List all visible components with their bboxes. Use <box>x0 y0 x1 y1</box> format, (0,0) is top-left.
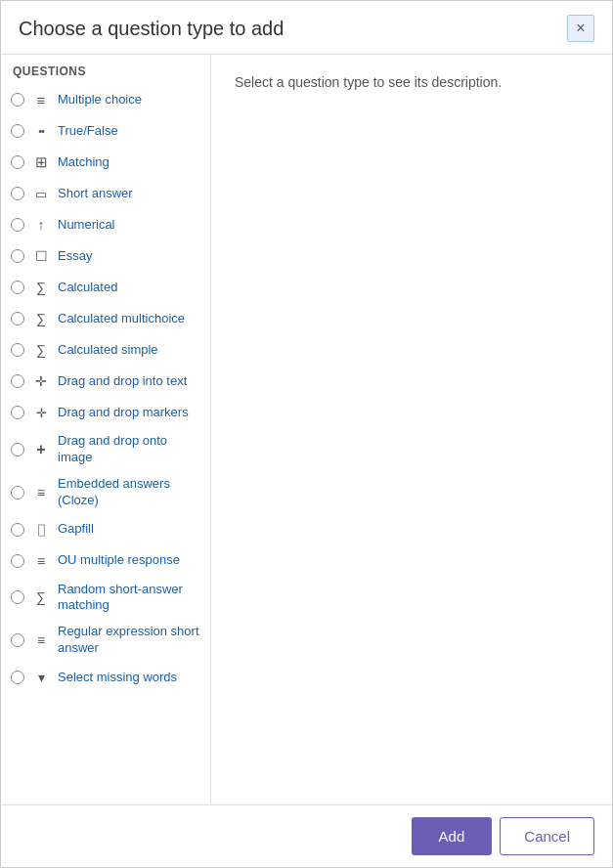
essay-icon <box>30 245 52 267</box>
calculated-icon <box>30 277 52 298</box>
list-item-true-false[interactable]: True/False <box>1 115 210 147</box>
label-gapfill: Gapfill <box>58 521 94 538</box>
list-item-short-answer[interactable]: Short answer <box>1 178 210 209</box>
label-drag-drop-image: Drag and drop onto image <box>58 433 200 466</box>
close-button[interactable]: × <box>567 15 594 42</box>
label-drag-drop-text: Drag and drop into text <box>58 373 187 390</box>
label-cloze: Embedded answers (Cloze) <box>58 476 200 509</box>
radio-drag-drop-markers <box>11 406 24 419</box>
radio-numerical <box>11 218 24 232</box>
radio-cloze <box>11 486 24 499</box>
regexp-icon <box>30 629 52 651</box>
list-item-regexp[interactable]: Regular expression short answer <box>1 619 210 662</box>
label-missing-words: Select missing words <box>58 670 177 686</box>
modal-body: QUESTIONS Multiple choiceTrue/FalseMatch… <box>1 55 612 804</box>
right-panel: Select a question type to see its descri… <box>211 55 612 804</box>
radio-drag-drop-image <box>11 443 24 456</box>
list-item-calculated-multichoice[interactable]: Calculated multichoice <box>1 303 210 334</box>
numerical-icon <box>30 214 52 236</box>
radio-ou-multiple <box>11 554 24 568</box>
calcmulti-icon <box>30 308 52 329</box>
list-item-calculated[interactable]: Calculated <box>1 272 210 303</box>
modal-header: Choose a question type to add × <box>1 1 612 55</box>
radio-drag-drop-text <box>11 374 24 388</box>
dragtext-icon <box>30 370 52 392</box>
random-icon <box>30 586 52 608</box>
dragmarker-icon <box>30 402 52 423</box>
radio-multiple-choice <box>11 93 24 107</box>
list-item-ou-multiple[interactable]: OU multiple response <box>1 545 210 577</box>
list-item-random-short[interactable]: Random short-answer matching <box>1 577 210 620</box>
description-text: Select a question type to see its descri… <box>235 74 502 90</box>
radio-short-answer <box>11 187 24 200</box>
list-item-gapfill[interactable]: Gapfill <box>1 514 210 545</box>
modal-title: Choose a question type to add <box>19 18 284 40</box>
shortanswer-icon <box>30 183 52 204</box>
list-item-multiple-choice[interactable]: Multiple choice <box>1 84 210 115</box>
label-calculated-multichoice: Calculated multichoice <box>58 311 185 327</box>
truefalse-icon <box>30 120 52 142</box>
missing-icon <box>30 667 52 688</box>
radio-regexp <box>11 633 24 647</box>
modal-footer: Add Cancel <box>1 804 612 867</box>
label-numerical: Numerical <box>58 217 115 234</box>
radio-random-short <box>11 590 24 604</box>
list-item-missing-words[interactable]: Select missing words <box>1 662 210 693</box>
matching-icon <box>30 152 52 173</box>
list-item-matching[interactable]: Matching <box>1 147 210 178</box>
list-item-drag-drop-image[interactable]: Drag and drop onto image <box>1 428 210 471</box>
left-panel: QUESTIONS Multiple choiceTrue/FalseMatch… <box>1 55 211 804</box>
questions-list[interactable]: Multiple choiceTrue/FalseMatchingShort a… <box>1 84 210 804</box>
label-ou-multiple: OU multiple response <box>58 552 180 569</box>
list-item-calculated-simple[interactable]: Calculated simple <box>1 334 210 366</box>
label-true-false: True/False <box>58 123 118 140</box>
label-drag-drop-markers: Drag and drop markers <box>58 405 189 421</box>
radio-matching <box>11 155 24 169</box>
radio-true-false <box>11 124 24 138</box>
multichoice-icon <box>30 89 52 110</box>
label-regexp: Regular expression short answer <box>58 624 200 657</box>
add-button[interactable]: Add <box>412 817 493 855</box>
cancel-button[interactable]: Cancel <box>500 817 594 855</box>
label-short-answer: Short answer <box>58 186 133 202</box>
radio-calculated <box>11 281 24 294</box>
list-item-drag-drop-markers[interactable]: Drag and drop markers <box>1 397 210 428</box>
calcsimp-icon <box>30 339 52 361</box>
list-item-numerical[interactable]: Numerical <box>1 209 210 240</box>
radio-missing-words <box>11 671 24 684</box>
label-random-short: Random short-answer matching <box>58 582 200 615</box>
list-item-essay[interactable]: Essay <box>1 240 210 272</box>
gapfill-icon <box>30 519 52 541</box>
questions-header: QUESTIONS <box>1 55 210 84</box>
list-item-cloze[interactable]: Embedded answers (Cloze) <box>1 471 210 514</box>
label-calculated-simple: Calculated simple <box>58 342 158 359</box>
radio-essay <box>11 249 24 263</box>
dragimage-icon <box>30 439 52 460</box>
list-item-drag-drop-text[interactable]: Drag and drop into text <box>1 366 210 397</box>
radio-calculated-simple <box>11 343 24 357</box>
radio-calculated-multichoice <box>11 312 24 326</box>
radio-gapfill <box>11 523 24 537</box>
modal: Choose a question type to add × QUESTION… <box>0 0 613 868</box>
label-matching: Matching <box>58 154 109 171</box>
label-essay: Essay <box>58 248 92 265</box>
label-multiple-choice: Multiple choice <box>58 92 142 108</box>
label-calculated: Calculated <box>58 280 117 296</box>
cloze-icon <box>30 482 52 503</box>
oumulti-icon <box>30 550 52 572</box>
